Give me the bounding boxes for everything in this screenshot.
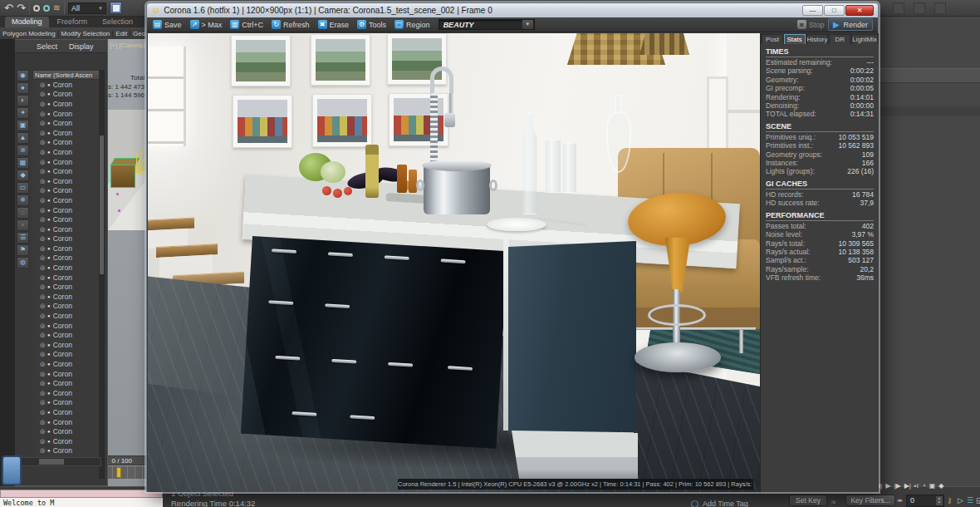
- explorer-object-row[interactable]: ◎ ● Coron: [32, 426, 101, 436]
- frame-spinner[interactable]: ▲▼: [936, 496, 943, 505]
- visibility-eye-icon[interactable]: ◎: [40, 197, 45, 204]
- explorer-menu-display[interactable]: Display: [69, 42, 94, 51]
- bones-filter-icon[interactable]: ▭: [17, 182, 29, 194]
- explorer-object-row[interactable]: ◎ ● Coron: [32, 282, 101, 292]
- visibility-eye-icon[interactable]: ◎: [40, 332, 45, 338]
- selectability-dot-icon[interactable]: ●: [47, 236, 51, 241]
- selectability-dot-icon[interactable]: ●: [47, 303, 51, 308]
- selectability-dot-icon[interactable]: ●: [47, 381, 51, 386]
- cameras-filter-icon[interactable]: ▣: [17, 120, 29, 131]
- redo-icon[interactable]: ↷: [17, 1, 26, 16]
- selectability-dot-icon[interactable]: ●: [47, 101, 51, 106]
- ribbon-item-modify-selection[interactable]: Modify Selection: [59, 30, 114, 37]
- visibility-eye-icon[interactable]: ◎: [40, 235, 45, 242]
- copy-button[interactable]: ▥ Ctrl+C: [228, 19, 267, 30]
- ribbon-tab-modeling[interactable]: Modeling: [5, 17, 49, 27]
- selectability-dot-icon[interactable]: ●: [47, 439, 51, 444]
- send-to-max-button[interactable]: ↗ > Max: [188, 19, 227, 30]
- visibility-eye-icon[interactable]: ◎: [40, 447, 45, 454]
- bind-to-space-warp-icon[interactable]: ≋: [53, 2, 61, 13]
- display-all-filter-icon[interactable]: ◉: [17, 70, 29, 81]
- selectability-dot-icon[interactable]: ●: [47, 265, 51, 270]
- selectability-dot-icon[interactable]: ●: [47, 313, 51, 318]
- explorer-object-row[interactable]: ◎ ● Coron: [32, 407, 101, 417]
- visibility-eye-icon[interactable]: ◎: [40, 293, 45, 300]
- selectability-dot-icon[interactable]: ●: [47, 400, 51, 405]
- explorer-object-row[interactable]: ◎ ● Coron: [32, 350, 101, 360]
- explorer-object-row[interactable]: ◎ ● Coron: [32, 99, 101, 109]
- explorer-object-row[interactable]: ◎ ● Coron: [32, 321, 101, 331]
- play-button[interactable]: ▶: [885, 482, 890, 490]
- ribbon-item-polygon-modeling[interactable]: Polygon Modeling: [0, 30, 59, 37]
- visibility-eye-icon[interactable]: ◎: [40, 101, 45, 107]
- lock-selection-icon[interactable]: ▣: [929, 482, 936, 490]
- selectability-dot-icon[interactable]: ●: [47, 208, 51, 213]
- mini-curve-editor-icon[interactable]: ☰: [967, 496, 973, 505]
- explorer-horizontal-scrollbar[interactable]: [17, 457, 101, 466]
- explorer-object-row[interactable]: ◎ ● Coron: [32, 340, 101, 350]
- explorer-object-row[interactable]: ◎ ● Coron: [32, 205, 101, 215]
- explorer-object-row[interactable]: ◎ ● Coron: [32, 234, 101, 244]
- explorer-object-row[interactable]: ◎ ● Coron: [32, 176, 101, 186]
- minimize-button[interactable]: —: [802, 5, 823, 16]
- visibility-eye-icon[interactable]: ◎: [40, 139, 45, 145]
- selectability-dot-icon[interactable]: ●: [47, 284, 51, 289]
- selectability-dot-icon[interactable]: ●: [47, 255, 51, 260]
- visibility-eye-icon[interactable]: ◎: [40, 274, 45, 281]
- set-key-button[interactable]: Set Key: [789, 495, 827, 506]
- close-button[interactable]: ✕: [845, 5, 874, 16]
- vfb-title-bar[interactable]: ☺ Corona 1.6 (hotfix 1) | 1200×900px (1:…: [147, 3, 878, 17]
- explorer-object-row[interactable]: ◎ ● Coron: [32, 302, 101, 312]
- hidden-filter-icon[interactable]: ◌: [17, 207, 29, 219]
- visibility-eye-icon[interactable]: ◎: [40, 159, 45, 165]
- visibility-eye-icon[interactable]: ◎: [40, 303, 45, 309]
- visibility-eye-icon[interactable]: ◎: [40, 419, 45, 426]
- explorer-object-row[interactable]: ◎ ● Coron: [32, 446, 101, 456]
- explorer-object-row[interactable]: ◎ ● Coron: [32, 128, 101, 138]
- explorer-object-row[interactable]: ◎ ● Coron: [32, 292, 101, 302]
- tab-stats[interactable]: Stats: [784, 34, 806, 44]
- explorer-object-row[interactable]: ◎ ● Coron: [32, 273, 101, 283]
- toolbar-icon-placeholder[interactable]: [914, 2, 925, 14]
- add-time-tag-button[interactable]: Add Time Tag: [703, 500, 748, 507]
- time-config-icon[interactable]: ◔: [922, 482, 926, 490]
- visibility-eye-icon[interactable]: ◎: [40, 187, 45, 194]
- selectability-dot-icon[interactable]: ●: [47, 352, 51, 357]
- toolbar-icon-placeholder[interactable]: [893, 2, 904, 14]
- lights-filter-icon[interactable]: ✦: [17, 107, 29, 119]
- explorer-object-row[interactable]: ◎ ● Coron: [32, 186, 101, 196]
- visibility-eye-icon[interactable]: ◎: [40, 399, 45, 406]
- visibility-eye-icon[interactable]: ◎: [40, 283, 45, 290]
- selectability-dot-icon[interactable]: ●: [47, 429, 51, 434]
- explorer-object-row[interactable]: ◎ ● Coron: [32, 214, 101, 224]
- geometry-filter-icon[interactable]: ●: [17, 82, 29, 94]
- explorer-object-row[interactable]: ◎ ● Coron: [32, 369, 101, 379]
- frozen-filter-icon[interactable]: ❄: [17, 194, 29, 206]
- flags-filter-icon[interactable]: ⚑: [17, 244, 29, 256]
- visibility-eye-icon[interactable]: ◎: [40, 313, 45, 319]
- visibility-eye-icon[interactable]: ◎: [40, 216, 45, 223]
- last-frame-button[interactable]: ▶|: [904, 482, 911, 490]
- explorer-object-row[interactable]: ◎ ● Coron: [32, 195, 101, 205]
- maximize-button[interactable]: □: [824, 5, 845, 16]
- visibility-eye-icon[interactable]: ◎: [40, 264, 45, 271]
- explorer-object-row[interactable]: ◎ ● Coron: [32, 118, 101, 128]
- xrefs-filter-icon[interactable]: ◆: [17, 170, 29, 181]
- snap-keys-icon[interactable]: ◆: [938, 482, 943, 490]
- selectability-dot-icon[interactable]: ●: [47, 323, 51, 328]
- explorer-object-row[interactable]: ◎ ● Coron: [32, 436, 101, 446]
- selectability-dot-icon[interactable]: ●: [47, 169, 51, 174]
- helpers-filter-icon[interactable]: ▲: [17, 132, 29, 144]
- maxscript-mini-listener[interactable]: Welcome to M: [0, 498, 163, 507]
- viewport-scene-preview[interactable]: [108, 110, 146, 230]
- selectability-dot-icon[interactable]: ●: [47, 448, 51, 453]
- visibility-eye-icon[interactable]: ◎: [40, 111, 45, 117]
- explorer-object-row[interactable]: ◎ ● Coron: [32, 157, 101, 167]
- visibility-eye-icon[interactable]: ◎: [40, 168, 45, 175]
- tab-post[interactable]: Post: [762, 34, 783, 44]
- frame-step-arrows[interactable]: ◂▸: [897, 497, 903, 504]
- explorer-menu-select[interactable]: Select: [37, 42, 57, 51]
- space-warps-filter-icon[interactable]: ≋: [17, 145, 29, 156]
- selectability-dot-icon[interactable]: ●: [47, 332, 51, 337]
- selectability-dot-icon[interactable]: ●: [47, 342, 51, 347]
